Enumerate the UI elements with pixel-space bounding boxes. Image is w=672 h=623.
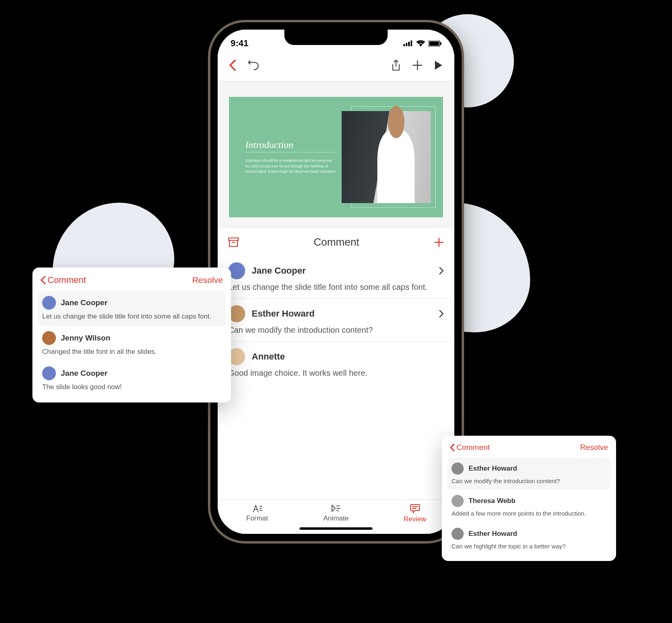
comment-thread-card-left: Comment Resolve Jane Cooper Let us chang…: [32, 268, 231, 402]
card-back-button[interactable]: Comment: [450, 443, 490, 452]
wifi-icon: [416, 40, 425, 47]
thread-message: Jenny Wilson Changed the title font in a…: [38, 326, 225, 362]
slide-preview[interactable]: Introduction Education should be a funda…: [229, 97, 443, 217]
msg-author: Jane Cooper: [61, 369, 107, 378]
thread-message: Jane Cooper The slide looks good now!: [38, 362, 225, 397]
slide-title: Introduction: [245, 139, 338, 152]
slide-area: Introduction Education should be a funda…: [218, 81, 454, 229]
msg-author: Jenny Wilson: [61, 334, 110, 343]
tab-animate[interactable]: Animate: [297, 504, 376, 523]
avatar: [42, 366, 56, 380]
comment-item[interactable]: Jane Cooper Let us change the slide titl…: [218, 256, 454, 299]
comment-thread-card-right: Comment Resolve Esther Howard Can we mod…: [442, 436, 616, 561]
status-time: 9:41: [231, 38, 248, 49]
avatar: [42, 331, 56, 345]
msg-body: The slide looks good now!: [42, 383, 221, 392]
msg-body: Changed the title font in all the slides…: [42, 347, 221, 357]
tab-label: Animate: [323, 514, 349, 522]
tab-label: Format: [246, 514, 268, 522]
archive-icon[interactable]: [228, 238, 239, 247]
notch: [285, 30, 388, 45]
chevron-right-icon: [439, 310, 444, 318]
add-icon[interactable]: [412, 60, 423, 71]
card-back-label: Comment: [47, 275, 86, 285]
card-back-button[interactable]: Comment: [41, 275, 86, 285]
msg-body: Can we highlight the topic in a better w…: [452, 542, 606, 550]
avatar: [452, 495, 464, 507]
commenter-name: Jane Cooper: [252, 265, 432, 276]
slide-image: [342, 111, 431, 203]
play-icon[interactable]: [434, 60, 443, 71]
svg-rect-0: [403, 44, 405, 46]
tab-format[interactable]: Format: [218, 504, 297, 523]
msg-body: Can we modify the introduction content?: [452, 477, 606, 485]
home-indicator[interactable]: [300, 527, 372, 530]
cellular-icon: [403, 41, 413, 46]
toolbar: [218, 53, 454, 81]
comment-item[interactable]: Annette Good image choice. It works well…: [218, 342, 454, 384]
share-icon[interactable]: [391, 59, 401, 71]
comment-body: Good image choice. It works well here.: [228, 368, 444, 378]
svg-rect-1: [406, 43, 407, 46]
thread-message: Esther Howard Can we highlight the topic…: [447, 523, 610, 555]
card-back-label: Comment: [456, 443, 490, 452]
svg-rect-5: [429, 41, 439, 46]
chevron-right-icon: [439, 267, 444, 275]
add-comment-icon[interactable]: [434, 238, 444, 247]
msg-author: Jane Cooper: [61, 298, 107, 307]
avatar: [452, 462, 464, 475]
msg-author: Theresa Webb: [469, 497, 516, 505]
avatar: [42, 296, 56, 310]
thread-message: Theresa Webb Added a few more more point…: [447, 490, 610, 522]
resolve-button[interactable]: Resolve: [580, 443, 608, 452]
tab-label: Review: [404, 515, 426, 523]
back-icon[interactable]: [229, 60, 236, 71]
thread-message: Esther Howard Can we modify the introduc…: [447, 458, 610, 490]
msg-body: Added a few more more points to the intr…: [452, 510, 606, 518]
panel-title: Comment: [314, 236, 360, 248]
phone-frame: 9:41: [210, 22, 462, 541]
svg-rect-7: [229, 238, 238, 240]
msg-author: Esther Howard: [469, 530, 517, 538]
comment-panel: Comment Jane Cooper Let us change the sl…: [218, 229, 454, 534]
comment-item[interactable]: Esther Howard Can we modify the introduc…: [218, 299, 454, 342]
commenter-name: Esther Howard: [252, 308, 432, 319]
comment-body: Let us change the slide title font into …: [228, 283, 444, 292]
svg-rect-6: [440, 42, 441, 45]
msg-author: Esther Howard: [469, 465, 517, 473]
commenter-name: Annette: [252, 351, 444, 362]
comment-body: Can we modify the introduction content?: [228, 325, 444, 335]
slide-body: Education should be a fundamental right …: [245, 158, 338, 175]
battery-icon: [428, 41, 441, 47]
svg-rect-3: [411, 41, 412, 46]
resolve-button[interactable]: Resolve: [192, 275, 223, 285]
thread-message: Jane Cooper Let us change the slide titl…: [38, 291, 225, 326]
msg-body: Let us change the slide title font into …: [42, 312, 221, 321]
svg-rect-2: [408, 42, 410, 46]
avatar: [452, 528, 464, 540]
undo-icon[interactable]: [248, 60, 259, 71]
screen: 9:41: [218, 30, 454, 534]
